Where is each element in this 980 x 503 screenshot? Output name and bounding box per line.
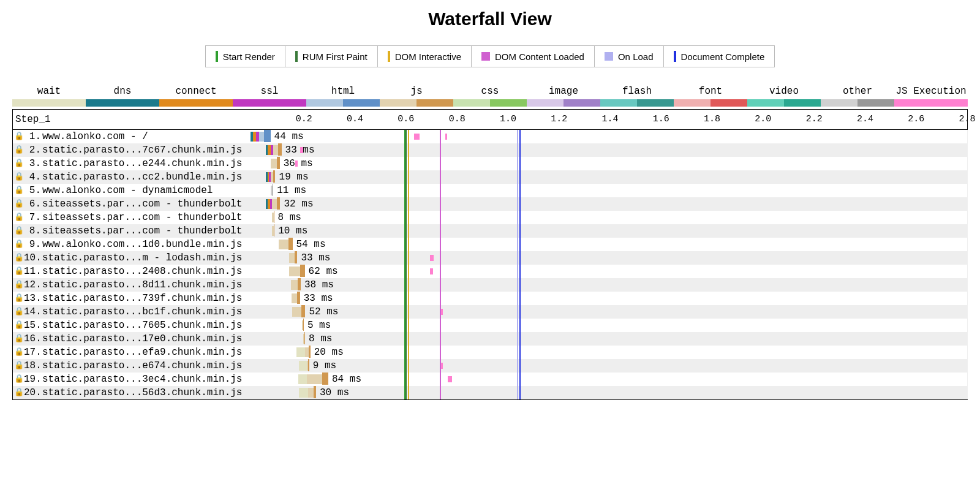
request-timing-cell: 8 ms [251,211,967,224]
mime-legend-js-execution: JS Execution [894,86,968,107]
request-number: 15. [24,319,41,332]
mime-legend-label: connect [175,86,216,97]
waterfall-row[interactable]: 🔒2. static.parasto...7c67.chunk.min.js33… [13,143,967,157]
mime-legend-swatch [600,99,674,107]
timing-segment [288,238,293,250]
timing-segment [309,346,311,358]
mime-legend-swatch [306,99,380,107]
timing-segment [300,265,305,277]
timing-bar [266,172,275,182]
request-number: 4. [24,170,41,184]
waterfall-row[interactable]: 🔒11. static.parasto...2408.chunk.min.js6… [13,265,967,278]
timing-bar [279,240,293,249]
timing-segment [297,292,300,304]
waterfall-row[interactable]: 🔒4. static.parasto...cc2.bundle.min.js19… [13,170,967,184]
lock-icon: 🔒 [14,170,23,184]
waterfall-row[interactable]: 🔒5. www.alonko.com - dynamicmodel11 ms [13,184,967,197]
waterfall-row[interactable]: 🔒15. static.parasto...7605.chunk.min.js5… [13,319,967,332]
legend-swatch [674,51,676,62]
waterfall-row[interactable]: 🔒10. static.parasto...m - lodash.min.js3… [13,251,967,265]
request-number: 18. [24,359,41,373]
waterfall-row[interactable]: 🔒19. static.parasto...3ec4.chunk.min.js8… [13,373,967,386]
request-number: 10. [24,251,41,265]
timing-segment [272,199,277,209]
timing-segment [292,307,301,317]
timing-segment [292,293,297,303]
duration-label: 19 ms [279,170,309,184]
timing-bar [271,159,280,168]
request-label: www.alonko.com - dynamicmodel [42,184,213,197]
legend-label: Document Complete [681,51,765,62]
timing-segment [277,157,279,169]
request-label-cell: 🔒8. siteassets.par...com - thunderbolt [13,224,251,238]
request-timing-cell: 30 ms [251,386,967,399]
waterfall-row[interactable]: 🔒8. siteassets.par...com - thunderbolt10… [13,224,967,238]
waterfall-row[interactable]: 🔒18. static.parasto...e674.chunk.min.js9… [13,359,967,373]
step-label: Step_1 [13,110,253,129]
waterfall-row[interactable]: 🔒9. www.alonko.com...1d0.bundle.min.js54… [13,238,967,251]
waterfall-row[interactable]: 🔒3. static.parasto...e244.chunk.min.js36… [13,157,967,170]
lock-icon: 🔒 [14,373,23,386]
timing-segment [298,374,307,384]
request-timing-cell: 44 ms [251,130,967,143]
lock-icon: 🔒 [14,184,23,197]
waterfall-row[interactable]: 🔒6. siteassets.par...com - thunderbolt32… [13,197,967,211]
request-label: static.parasto...m - lodash.min.js [42,251,242,265]
mime-legend-flash: flash [600,86,674,107]
duration-label: 11 ms [277,184,306,197]
duration-label: 10 ms [278,224,307,238]
timing-segment [291,280,298,290]
waterfall-row[interactable]: 🔒20. static.parasto...56d3.chunk.min.js3… [13,386,967,399]
timing-segment [304,332,305,344]
timing-bar [271,186,274,195]
duration-label: 84 ms [332,373,361,386]
waterfall-body: 🔒1. www.alonko.com - /44 ms🔒2. static.pa… [13,130,967,399]
axis-tick: 0.8 [449,110,466,129]
mime-legend-image: image [527,86,600,107]
js-execution-marker [430,255,434,261]
waterfall-row[interactable]: 🔒7. siteassets.par...com - thunderbolt8 … [13,211,967,224]
waterfall-row[interactable]: 🔒16. static.parasto...17e0.chunk.min.js8… [13,332,967,346]
request-timing-cell: 33 ms [251,292,967,305]
request-number: 1. [24,130,41,143]
request-label-cell: 🔒17. static.parasto...efa9.chunk.min.js [13,346,251,359]
lock-icon: 🔒 [14,251,23,265]
request-timing-cell: 20 ms [251,346,967,359]
js-execution-marker [430,268,433,274]
axis-tick: 0.2 [296,110,312,129]
mime-legend-video: video [747,86,821,107]
legend-label: RUM First Paint [303,51,368,62]
axis-tick: 0.4 [347,110,363,129]
timing-bar [292,293,300,303]
lock-icon: 🔒 [14,130,23,143]
duration-label: 9 ms [313,359,336,373]
request-label-cell: 🔒15. static.parasto...7605.chunk.min.js [13,319,251,332]
axis-tick: 2.6 [908,110,924,129]
request-label-cell: 🔒14. static.parasto...bc1f.chunk.min.js [13,305,251,319]
duration-label: 8 ms [309,332,332,346]
duration-label: 32 ms [284,197,313,211]
waterfall-row[interactable]: 🔒14. static.parasto...bc1f.chunk.min.js5… [13,305,967,319]
legend-swatch [605,52,613,61]
request-number: 11. [24,265,41,278]
lock-icon: 🔒 [14,224,23,238]
lock-icon: 🔒 [14,346,23,359]
request-label: www.alonko.com - / [42,130,148,143]
waterfall-row[interactable]: 🔒1. www.alonko.com - /44 ms [13,130,967,143]
mime-legend-swatch [380,99,453,107]
mime-legend-connect: connect [159,86,233,107]
timing-bar [298,374,328,384]
duration-label: 33 ms [301,251,330,265]
mime-legend-css: css [453,86,527,107]
duration-label: 52 ms [309,305,338,319]
waterfall-row[interactable]: 🔒17. static.parasto...efa9.chunk.min.js2… [13,346,967,359]
request-label: static.parasto...7605.chunk.min.js [42,319,242,332]
request-label: static.parasto...8d11.chunk.min.js [42,278,242,292]
lock-icon: 🔒 [14,197,23,211]
request-number: 20. [24,386,41,399]
request-timing-cell: 62 ms [251,265,967,278]
waterfall-row[interactable]: 🔒12. static.parasto...8d11.chunk.min.js3… [13,278,967,292]
waterfall-row[interactable]: 🔒13. static.parasto...739f.chunk.min.js3… [13,292,967,305]
event-legend-rum-first-paint: RUM First Paint [285,46,377,67]
duration-label: 5 ms [307,319,331,332]
